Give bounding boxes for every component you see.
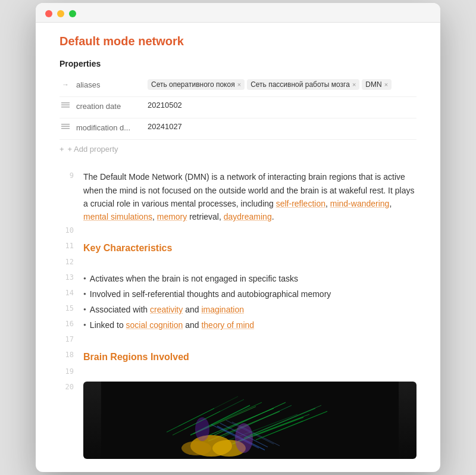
line-content-13: ● Activates when the brain is not engage…	[83, 272, 416, 285]
line-number-17: 17	[60, 334, 83, 343]
bullet-text-4: Linked to social cognition and theory of…	[90, 318, 254, 332]
add-property-button[interactable]: + + Add property	[60, 140, 416, 158]
properties-heading: Properties	[60, 59, 416, 68]
line-content-19	[83, 366, 416, 378]
line-row-10: 10	[60, 225, 416, 239]
link-creativity[interactable]: creativity	[150, 305, 183, 314]
line-number-20: 20	[60, 382, 83, 391]
line-number-16: 16	[60, 318, 83, 328]
svg-rect-2	[61, 107, 70, 108]
link-self-reflection[interactable]: self-reflection	[276, 199, 325, 208]
line-row-17: 17	[60, 334, 416, 348]
line-row-16: 16 ● Linked to social cognition and theo…	[60, 318, 416, 333]
tag-label: DMN	[365, 80, 381, 89]
bullet-item-4: ● Linked to social cognition and theory …	[83, 318, 416, 332]
line-number-13: 13	[60, 272, 83, 282]
line-content-15: ● Associated with creativity and imagina…	[83, 303, 416, 316]
line-content-12	[83, 257, 416, 268]
line-row-14: 14 ● Involved in self-referential though…	[60, 288, 416, 302]
link-imagination[interactable]: imagination	[201, 305, 244, 314]
property-row-creation-date: creation date 20210502	[60, 97, 416, 118]
property-row-modification-date: modification d... 20241027	[60, 118, 416, 140]
minimize-button[interactable]	[57, 10, 64, 17]
line-content-11: Key Characteristics	[83, 240, 416, 256]
property-value-creation-date: 20210502	[148, 101, 182, 110]
svg-rect-4	[61, 126, 70, 127]
svg-point-28	[195, 417, 209, 441]
line-number-19: 19	[60, 366, 83, 376]
content-area: Default mode network Properties → aliase…	[36, 23, 440, 472]
heading-brain-regions: Brain Regions Involved	[83, 352, 189, 362]
maximize-button[interactable]	[69, 10, 76, 17]
line-content-9: The Default Mode Network (DMN) is a netw…	[83, 170, 416, 224]
link-theory-of-mind[interactable]: theory of mind	[201, 320, 254, 330]
svg-rect-1	[61, 105, 70, 106]
link-daydreaming[interactable]: daydreaming	[224, 212, 272, 221]
line-row-13: 13 ● Activates when the brain is not eng…	[60, 272, 416, 286]
bullet-text-1: Activates when the brain is not engaged …	[90, 272, 298, 285]
bullet-dot-icon: ●	[83, 290, 86, 298]
line-content-20	[83, 382, 416, 459]
line-content-10	[83, 225, 416, 237]
alias-icon: →	[60, 80, 71, 89]
modification-date-icon	[60, 123, 71, 129]
link-social-cognition[interactable]: social cognition	[126, 320, 183, 330]
editor-area: 9 The Default Mode Network (DMN) is a ne…	[60, 170, 416, 459]
line-number-11: 11	[60, 240, 83, 250]
tag-item: Сеть оперативного покоя ×	[148, 79, 245, 90]
line-number-12: 12	[60, 257, 83, 266]
link-mind-wandering[interactable]: mind-wandering	[330, 199, 390, 208]
svg-rect-5	[61, 128, 70, 129]
close-button[interactable]	[45, 10, 52, 17]
line-row-20: 20	[60, 382, 416, 459]
bullet-dot-icon: ●	[83, 275, 86, 283]
line-content-14: ● Involved in self-referential thoughts …	[83, 288, 416, 301]
line-number-10: 10	[60, 225, 83, 235]
line-content-18: Brain Regions Involved	[83, 349, 416, 365]
tag-label: Сеть пассивной работы мозга	[250, 80, 350, 89]
tag-close-icon[interactable]: ×	[237, 81, 241, 88]
bullet-item-1: ● Activates when the brain is not engage…	[83, 272, 416, 285]
line-number-18: 18	[60, 349, 83, 359]
svg-rect-3	[61, 124, 70, 125]
line-row-11: 11 Key Characteristics	[60, 240, 416, 256]
line-number-14: 14	[60, 288, 83, 297]
tag-close-icon[interactable]: ×	[384, 81, 388, 88]
add-property-label: + Add property	[68, 145, 118, 154]
property-name-modification-date: modification d...	[76, 123, 148, 132]
line-content-16: ● Linked to social cognition and theory …	[83, 318, 416, 332]
title-bar	[36, 3, 440, 23]
creation-date-icon	[60, 102, 71, 108]
add-icon: +	[60, 145, 64, 154]
link-memory[interactable]: memory	[157, 212, 187, 221]
line-number-9: 9	[60, 170, 83, 180]
svg-point-26	[181, 441, 211, 455]
tag-label: Сеть оперативного покоя	[151, 80, 235, 89]
property-value-aliases: Сеть оперативного покоя × Сеть пассивной…	[148, 79, 392, 90]
properties-section: Properties → aliases Сеть оперативного п…	[60, 59, 416, 158]
app-window: Default mode network Properties → aliase…	[36, 3, 440, 472]
property-name-aliases: aliases	[76, 80, 148, 89]
bullet-item-3: ● Associated with creativity and imagina…	[83, 303, 416, 316]
tag-close-icon[interactable]: ×	[352, 81, 356, 88]
bullet-text-2: Involved in self-referential thoughts an…	[90, 288, 331, 301]
tag-item: Сеть пассивной работы мозга ×	[247, 79, 359, 90]
brain-image	[83, 382, 416, 459]
line-number-15: 15	[60, 303, 83, 312]
line-row-18: 18 Brain Regions Involved	[60, 349, 416, 365]
property-value-modification-date: 20241027	[148, 122, 182, 131]
page-title: Default mode network	[60, 35, 416, 48]
property-row-aliases: → aliases Сеть оперативного покоя × Сеть…	[60, 76, 416, 97]
heading-key-characteristics: Key Characteristics	[83, 243, 172, 253]
line-row-12: 12	[60, 257, 416, 271]
line-row-19: 19	[60, 366, 416, 380]
bullet-dot-icon: ●	[83, 321, 86, 329]
brain-visualization	[83, 382, 416, 459]
bullet-dot-icon: ●	[83, 306, 86, 314]
property-name-creation-date: creation date	[76, 102, 148, 111]
line-row-15: 15 ● Associated with creativity and imag…	[60, 303, 416, 317]
link-mental-simulations[interactable]: mental simulations	[83, 212, 152, 221]
line-row-9: 9 The Default Mode Network (DMN) is a ne…	[60, 170, 416, 224]
line-content-17	[83, 334, 416, 346]
bullet-item-2: ● Involved in self-referential thoughts …	[83, 288, 416, 301]
